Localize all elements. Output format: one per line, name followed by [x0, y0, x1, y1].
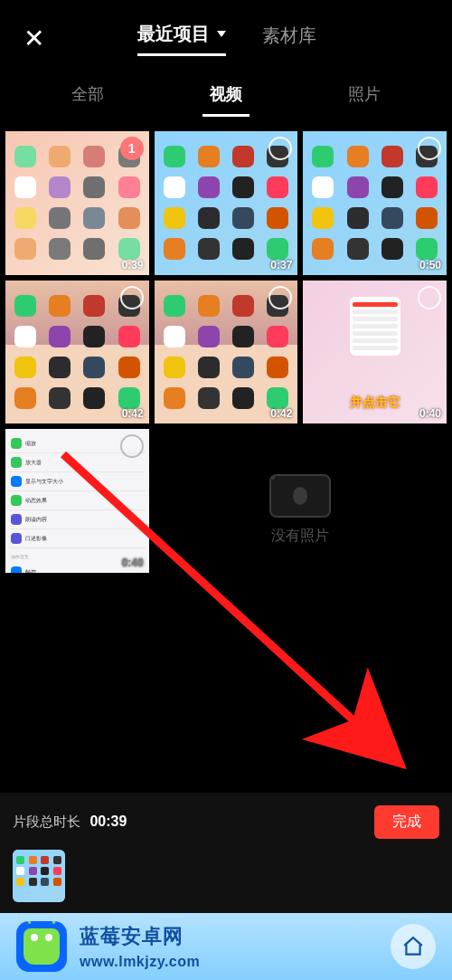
select-circle-icon[interactable] [120, 286, 144, 309]
total-duration-value: 00:39 [89, 813, 127, 829]
home-icon [391, 924, 436, 969]
video-thumbnail[interactable]: 1 0:39 [5, 131, 149, 275]
settings-row-label: 口述影像 [25, 535, 47, 543]
video-thumbnail[interactable]: 并点击它 0:40 [303, 281, 447, 424]
settings-row-label: 缩放 [25, 440, 36, 448]
duration-label: 0:39 [122, 259, 144, 271]
watermark-logo-icon [16, 921, 67, 972]
select-circle-icon[interactable] [268, 286, 292, 309]
tab-recent-label: 最近项目 [137, 22, 210, 46]
watermark-title: 蓝莓安卓网 [80, 923, 200, 950]
settings-row-label: 朗读内容 [25, 516, 47, 524]
total-duration-label: 片段总时长 [13, 813, 80, 829]
selection-bar: 片段总时长 00:39 完成 ✕ [0, 793, 452, 913]
total-duration: 片段总时长 00:39 [13, 813, 127, 831]
close-button[interactable]: ✕ [16, 23, 52, 55]
source-tabs: 最近项目 素材库 [52, 22, 401, 56]
tab-recent[interactable]: 最近项目 [137, 22, 226, 56]
filter-photo[interactable]: 照片 [341, 78, 388, 117]
filter-all[interactable]: 全部 [64, 78, 111, 117]
video-thumbnail[interactable]: 0:42 [5, 281, 149, 424]
selected-clips-strip: ✕ [13, 850, 439, 902]
tab-library-label: 素材库 [262, 24, 316, 48]
select-circle-icon[interactable] [418, 286, 441, 309]
watermark-url: www.lmkjzy.com [80, 954, 200, 970]
select-circle-icon[interactable] [418, 137, 441, 160]
duration-label: 0:50 [419, 259, 441, 271]
thumbnail-caption: 并点击它 [303, 395, 447, 411]
selected-clip-thumbnail[interactable]: ✕ [13, 850, 65, 902]
watermark-text: 蓝莓安卓网 www.lmkjzy.com [80, 923, 200, 970]
watermark-footer: 蓝莓安卓网 www.lmkjzy.com [0, 913, 452, 980]
settings-row-label: 触控 [25, 568, 36, 573]
media-grid: 1 0:39 0:37 0:50 0:42 [0, 126, 452, 573]
empty-state-label: 没有照片 [271, 527, 329, 546]
filter-video[interactable]: 视频 [202, 78, 250, 117]
chevron-down-icon [217, 31, 226, 37]
thumbnail-preview [13, 850, 65, 902]
duration-label: 0:37 [270, 259, 292, 271]
selection-badge: 1 [120, 137, 144, 160]
duration-label: 0:40 [122, 557, 144, 569]
settings-section-label: 动作交互 [11, 554, 29, 559]
top-nav: ✕ 最近项目 素材库 [0, 0, 452, 65]
select-circle-icon[interactable] [120, 434, 144, 458]
settings-row-label: 显示与文字大小 [25, 478, 63, 486]
done-button[interactable]: 完成 [374, 805, 439, 839]
settings-row-label: 放大器 [25, 459, 42, 467]
duration-label: 0:42 [270, 407, 292, 420]
tab-library[interactable]: 素材库 [262, 24, 316, 55]
empty-state: 没有照片 [155, 429, 447, 573]
video-thumbnail[interactable]: 缩放 放大器 显示与文字大小 动态效果 朗读内容 口述影像 动作交互 触控 面容… [5, 429, 149, 573]
filter-tabs: 全部 视频 照片 [0, 65, 452, 126]
duration-label: 0:42 [122, 407, 144, 420]
video-thumbnail[interactable]: 0:50 [303, 131, 447, 275]
video-thumbnail[interactable]: 0:42 [155, 281, 298, 424]
settings-row-label: 动态效果 [25, 497, 47, 505]
video-thumbnail[interactable]: 0:37 [155, 131, 298, 275]
thumbnail-preview [5, 131, 149, 275]
video-placeholder-icon [269, 474, 331, 518]
